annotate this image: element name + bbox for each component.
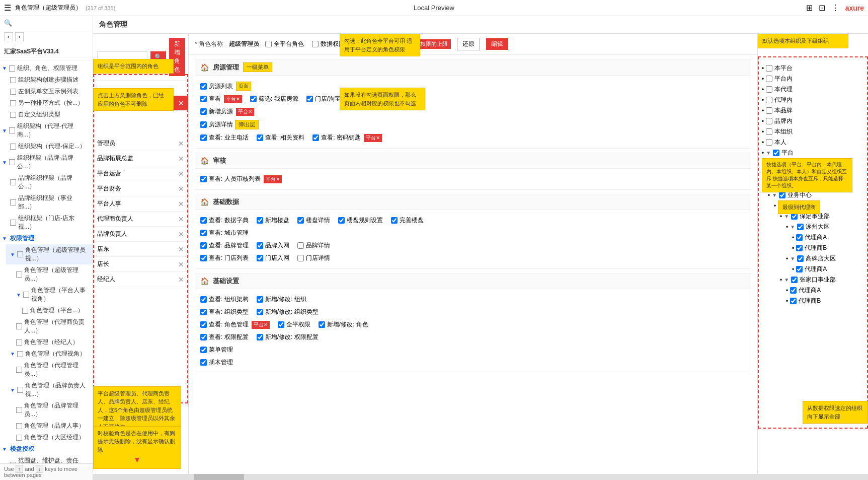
- perm-orgtype-edit-input[interactable]: [257, 309, 263, 315]
- perm-add-house[interactable]: 新增房源 平台✕: [200, 107, 254, 116]
- perm-brand-mgr[interactable]: 查看: 品牌管理: [200, 241, 249, 250]
- org-cb-zjk[interactable]: [791, 277, 798, 283]
- perm-brand-mgr-input[interactable]: [200, 242, 207, 249]
- perm-all-perm[interactable]: 全平权限: [278, 320, 310, 329]
- tree-checkbox[interactable]: [10, 144, 16, 150]
- delete-role-icon[interactable]: ✕: [178, 230, 184, 238]
- full-platform-checkbox[interactable]: 全平台角色: [265, 40, 304, 48]
- org-item-zjk[interactable]: • ▼ 张家口事业部: [780, 275, 864, 285]
- tree-checkbox[interactable]: [9, 159, 15, 165]
- perm-brand-detail[interactable]: 品牌详情: [297, 241, 330, 250]
- perm-floor-detail[interactable]: 楼盘详情: [297, 216, 330, 225]
- tree-checkbox[interactable]: [16, 323, 22, 329]
- org-cb-zjk-a[interactable]: [790, 287, 797, 294]
- tree-item-role-agent[interactable]: 角色管理（代理商负责人...）: [12, 316, 93, 336]
- perm-menu-mgr-input[interactable]: [200, 347, 207, 353]
- tree-item-orgtype[interactable]: 自定义组织类型: [6, 109, 93, 120]
- perm-data-dict[interactable]: 查看: 数据字典: [200, 216, 249, 225]
- delete-role-icon[interactable]: ✕: [178, 200, 184, 208]
- perm-audit-list-input[interactable]: [200, 176, 207, 182]
- org-cb-agent-a2[interactable]: [796, 266, 803, 272]
- perm-org-edit-input[interactable]: [257, 296, 263, 303]
- tree-checkbox[interactable]: [10, 179, 16, 185]
- tree-checkbox[interactable]: [17, 387, 23, 393]
- tree-checkbox[interactable]: [16, 367, 22, 373]
- hamburger-icon[interactable]: ☰: [4, 3, 11, 13]
- perm-perm-edit[interactable]: 新增/修改: 权限配置: [257, 333, 319, 341]
- role-item-agent-head[interactable]: 代理商负责人 ✕: [93, 212, 188, 227]
- tree-checkbox[interactable]: [10, 77, 16, 83]
- tree-item-role-super-sub[interactable]: 角色管理（超级管理员...）: [12, 264, 93, 285]
- tree-checkbox[interactable]: [16, 423, 22, 429]
- perm-house-list[interactable]: 房源列表 页面: [200, 82, 251, 91]
- tree-item-struct1[interactable]: ▼ 组织架构（代理-代理商...）: [0, 120, 93, 141]
- perm-org-edit[interactable]: 新增/修改: 组织: [257, 295, 306, 304]
- perm-data-dict-input[interactable]: [200, 217, 207, 224]
- org-cb-platform-in[interactable]: [766, 76, 772, 82]
- tree-item-sort[interactable]: 另一种排序方式（按...）: [6, 97, 93, 109]
- org-cb-platform-root[interactable]: [773, 150, 779, 156]
- org-item-agent-a1[interactable]: • 代理商A: [792, 232, 864, 243]
- org-cb-brand-in[interactable]: [766, 118, 772, 124]
- tree-item-step[interactable]: 组织架构创建步骤描述: [6, 74, 93, 86]
- perm-perm-view-input[interactable]: [200, 334, 207, 340]
- delete-role-icon[interactable]: ✕: [178, 140, 184, 148]
- expand-baoding[interactable]: ▼: [784, 214, 789, 219]
- role-item-store-owner[interactable]: 店东 ✕: [93, 242, 188, 257]
- perm-city-mgr[interactable]: 查看: 城市管理: [200, 229, 249, 237]
- expand-zhuozhou[interactable]: ▼: [790, 224, 795, 230]
- tree-item-role-proxy[interactable]: ▼ 角色管理（代理视角）: [6, 348, 93, 360]
- tree-checkbox[interactable]: [16, 339, 22, 346]
- expand-zjk[interactable]: ▼: [784, 277, 789, 283]
- expand-gbd[interactable]: ▼: [790, 256, 795, 261]
- grid-icon[interactable]: ⊞: [806, 3, 813, 13]
- perm-view-key-input[interactable]: [312, 134, 319, 141]
- org-item-zjk-a[interactable]: • 代理商A: [786, 285, 864, 296]
- perm-store-net-input[interactable]: [257, 255, 263, 261]
- perm-add-floor[interactable]: 新增楼盘: [257, 216, 289, 225]
- perm-store-list-input[interactable]: [200, 255, 207, 261]
- org-cb-zhuozhou[interactable]: [797, 224, 804, 230]
- delete-role-icon[interactable]: ✕: [178, 185, 184, 193]
- full-platform-input[interactable]: [265, 41, 272, 47]
- org-item-platform-root[interactable]: • ▼ 平台: [762, 148, 864, 158]
- tree-checkbox[interactable]: [16, 435, 22, 441]
- layout-icon[interactable]: ⊡: [819, 3, 825, 13]
- org-item-gaobeidian[interactable]: • ▼ 高碑店大区: [786, 253, 864, 264]
- delete-role-icon[interactable]: ✕: [178, 155, 184, 163]
- perm-house-list-input[interactable]: [200, 83, 207, 90]
- data-perm-input[interactable]: [312, 41, 319, 47]
- role-item-brand-head[interactable]: 品牌负责人 ✕: [93, 227, 188, 242]
- tree-checkbox[interactable]: [9, 127, 15, 133]
- perm-filter-mystore[interactable]: 筛选: 我店房源: [250, 95, 298, 103]
- org-cb-agent-a1[interactable]: [796, 234, 803, 241]
- tree-item-brand2[interactable]: 品牌组织框架（事业部...）: [6, 192, 93, 213]
- tree-item-role-broker[interactable]: 角色管理（经纪人）: [12, 336, 93, 348]
- tree-item-struct1-sub[interactable]: 组织架构（代理-保定...）: [6, 141, 93, 152]
- tree-item-store[interactable]: 组织框架（门店-店东视...）: [6, 213, 93, 233]
- scrollbar-thumb[interactable]: [194, 474, 244, 480]
- sidebar-search-input[interactable]: [12, 20, 89, 27]
- role-item-finance[interactable]: 平台财务 ✕: [93, 181, 188, 196]
- tree-item-org-root[interactable]: ▼ 组织、角色、权限管理: [0, 62, 93, 74]
- org-item-brand[interactable]: • 本品牌: [762, 105, 864, 116]
- perm-role-view[interactable]: 查看: 角色管理 平台✕: [200, 320, 270, 329]
- delete-role-icon[interactable]: ✕: [178, 245, 184, 253]
- perm-floor-rules-input[interactable]: [338, 217, 345, 224]
- delete-role-icon[interactable]: ✕: [178, 276, 184, 284]
- perm-store-list[interactable]: 查看: 门店列表: [200, 254, 249, 262]
- org-item-agent[interactable]: • 本代理: [762, 84, 864, 95]
- perm-house-detail-input[interactable]: [200, 121, 207, 128]
- tree-item-role-proxy-mgr[interactable]: 角色管理（代理管理员...）: [12, 360, 93, 380]
- perm-filter-mystore-input[interactable]: [250, 96, 257, 102]
- tree-checkbox[interactable]: [22, 308, 28, 314]
- tree-item-role-platform[interactable]: 角色管理（平台...）: [18, 305, 93, 316]
- delete-role-icon[interactable]: ✕: [178, 99, 184, 107]
- tree-item-role-super[interactable]: ▼ 角色管理（超级管理员视...）: [6, 244, 93, 264]
- org-cb-agent-b1[interactable]: [796, 245, 803, 251]
- role-item-ops[interactable]: 平台运营 ✕: [93, 166, 188, 181]
- delete-role-icon[interactable]: ✕: [178, 260, 184, 268]
- org-cb-agent[interactable]: [766, 86, 772, 93]
- perm-role-edit-input[interactable]: [319, 321, 325, 328]
- perm-floor-complete[interactable]: 完善楼盘: [391, 216, 424, 225]
